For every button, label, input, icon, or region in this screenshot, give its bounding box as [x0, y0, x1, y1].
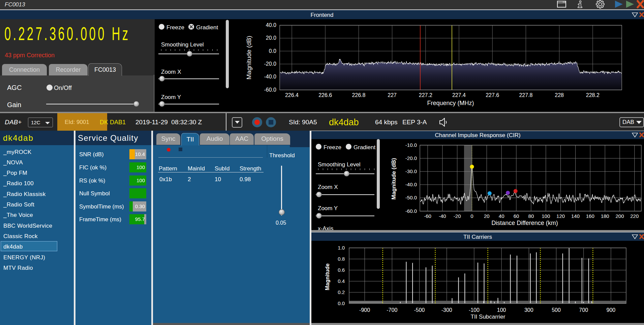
- svg-text:0.0: 0.0: [338, 300, 345, 306]
- svg-text:300: 300: [524, 307, 533, 313]
- svg-text:TII Subcarrier: TII Subcarrier: [471, 314, 505, 320]
- svg-text:-10.0: -10.0: [405, 142, 417, 148]
- svg-text:-20: -20: [454, 213, 461, 219]
- svg-text:226.8: 226.8: [352, 92, 365, 98]
- svg-text:0.0: 0.0: [269, 48, 276, 54]
- svg-text:227.8: 227.8: [519, 92, 532, 98]
- svg-text:-500: -500: [414, 307, 425, 313]
- svg-text:100: 100: [542, 213, 550, 219]
- svg-text:227.4: 227.4: [452, 92, 466, 98]
- svg-text:20.0: 20.0: [266, 35, 276, 41]
- svg-text:220: 220: [630, 213, 639, 219]
- svg-text:0: 0: [470, 213, 473, 219]
- svg-text:-60.0: -60.0: [405, 208, 417, 214]
- svg-text:Magnitude (dB): Magnitude (dB): [391, 158, 397, 200]
- svg-text:500: 500: [552, 307, 561, 313]
- svg-text:0.8: 0.8: [338, 256, 345, 262]
- svg-text:228: 228: [555, 92, 564, 98]
- svg-text:20: 20: [484, 213, 490, 219]
- svg-text:200: 200: [615, 213, 624, 219]
- svg-text:-40.0: -40.0: [264, 74, 277, 79]
- svg-text:Frequency (MHz): Frequency (MHz): [427, 100, 474, 106]
- svg-text:Distance Difference (km): Distance Difference (km): [491, 220, 558, 226]
- svg-text:0.4: 0.4: [338, 278, 345, 284]
- svg-text:160: 160: [586, 213, 594, 219]
- svg-text:-20.0: -20.0: [405, 155, 417, 161]
- svg-text:Magnitude (dB): Magnitude (dB): [245, 36, 252, 79]
- svg-text:-900: -900: [359, 307, 370, 313]
- svg-text:80: 80: [528, 213, 534, 219]
- svg-text:Magnitude: Magnitude: [325, 263, 330, 290]
- svg-text:226.4: 226.4: [285, 92, 299, 98]
- svg-text:140: 140: [571, 213, 580, 219]
- svg-text:-100: -100: [469, 307, 480, 313]
- svg-text:-40: -40: [439, 213, 446, 219]
- svg-text:-20.0: -20.0: [264, 61, 277, 67]
- svg-text:120: 120: [556, 213, 565, 219]
- svg-text:60: 60: [514, 213, 519, 219]
- svg-text:-50.0: -50.0: [405, 195, 417, 200]
- svg-text:1.0: 1.0: [338, 245, 345, 251]
- svg-text:900: 900: [607, 307, 616, 313]
- svg-text:227.6: 227.6: [486, 92, 499, 98]
- svg-text:-700: -700: [387, 307, 397, 313]
- svg-text:0.6: 0.6: [338, 267, 345, 273]
- svg-text:-30.0: -30.0: [405, 168, 417, 174]
- svg-text:700: 700: [579, 307, 588, 313]
- svg-text:100: 100: [497, 307, 506, 313]
- svg-text:227.2: 227.2: [419, 92, 432, 98]
- svg-text:-300: -300: [441, 307, 452, 313]
- svg-text:-40.0: -40.0: [405, 182, 417, 187]
- svg-text:40.0: 40.0: [266, 22, 276, 28]
- svg-text:226.6: 226.6: [318, 92, 332, 98]
- svg-text:227: 227: [388, 92, 397, 98]
- svg-text:0.2: 0.2: [338, 289, 345, 295]
- svg-text:40: 40: [499, 213, 504, 219]
- svg-text:180: 180: [601, 213, 609, 219]
- svg-text:-60: -60: [424, 213, 431, 219]
- svg-text:228.2: 228.2: [586, 92, 600, 98]
- svg-text:-60.0: -60.0: [264, 87, 277, 93]
